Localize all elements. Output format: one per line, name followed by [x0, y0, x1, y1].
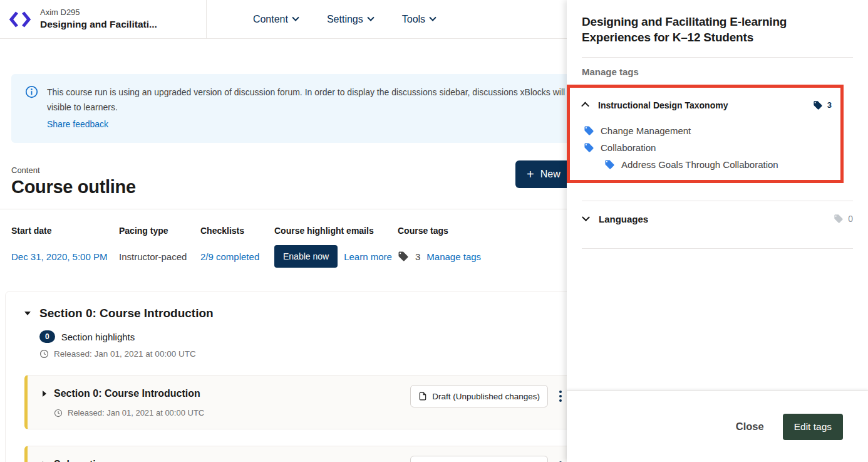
tag-icon	[584, 142, 594, 153]
drawer-footer: Close Edit tags	[567, 391, 868, 462]
tag-icon	[398, 251, 409, 262]
clock-icon	[54, 409, 63, 417]
tag-item: Change Management	[584, 125, 832, 136]
highlights-count-badge: 0	[39, 330, 55, 343]
tag-icon	[813, 100, 823, 110]
nav-settings[interactable]: Settings	[327, 14, 373, 25]
languages-collapse-row[interactable]: Languages 0	[582, 201, 853, 237]
status-col-checklists: Checklists 2/9 completed	[200, 226, 274, 268]
languages-count-value: 0	[848, 214, 853, 224]
nav-settings-label: Settings	[327, 14, 363, 25]
alert-text: This course run is using an upgraded ver…	[47, 85, 577, 132]
highlight-emails-header: Course highlight emails	[274, 226, 398, 236]
tag-label: Change Management	[601, 125, 691, 136]
header-divider	[206, 0, 207, 39]
draft-status-badge: Draft (Unpublished changes)	[410, 456, 548, 462]
draft-status-badge: Draft (Unpublished changes)	[410, 385, 548, 407]
taxonomy-name: Instructional Design Taxonomy	[598, 100, 728, 110]
chevron-down-icon	[367, 14, 374, 21]
languages-block: Languages 0	[582, 201, 853, 249]
languages-divider-bottom	[582, 248, 853, 249]
section-title: Section 0: Course Introduction	[39, 307, 214, 320]
checklists-header: Checklists	[200, 226, 274, 236]
annotation-highlight-box: Instructional Design Taxonomy 3 Change M…	[567, 85, 844, 183]
tag-item-child: Address Goals Through Collaboration	[604, 159, 832, 170]
start-date-header: Start date	[11, 226, 119, 236]
new-button-label: New	[540, 169, 561, 180]
start-date-link[interactable]: Dec 31, 2020, 5:00 PM	[11, 251, 107, 262]
course-tags-count: 3	[415, 251, 420, 262]
tag-item: Collaboration	[584, 142, 832, 153]
manage-tags-drawer: Designing and Facilitating E-learning Ex…	[567, 0, 868, 462]
status-col-pacing: Pacing type Instructor-paced	[119, 226, 200, 268]
tag-icon	[604, 159, 615, 170]
document-icon	[418, 391, 427, 401]
chevron-down-icon	[292, 14, 299, 21]
tag-label: Collaboration	[601, 142, 656, 153]
close-button[interactable]: Close	[736, 421, 764, 433]
manage-tags-link[interactable]: Manage tags	[426, 251, 481, 262]
course-title-truncated: Designing and Facilitati...	[40, 18, 157, 31]
taxonomy-tag-count: 3	[813, 100, 832, 110]
brand-block: Axim D295 Designing and Facilitati...	[40, 8, 157, 31]
status-col-course-tags: Course tags 3 Manage tags	[398, 226, 481, 268]
draft-badge-label: Draft (Unpublished changes)	[432, 392, 540, 401]
tag-icon	[834, 214, 844, 224]
nav-tools[interactable]: Tools	[402, 14, 435, 25]
org-label: Axim D295	[40, 8, 157, 18]
pacing-type-header: Pacing type	[119, 226, 200, 236]
languages-tag-count: 0	[834, 214, 853, 224]
tag-label: Address Goals Through Collaboration	[621, 159, 778, 170]
chevron-down-icon	[429, 14, 436, 21]
alert-message-line1: This course run is using an upgraded ver…	[47, 85, 577, 100]
item-released-text: Released: Jan 01, 2021 at 00:00 UTC	[68, 408, 204, 417]
top-nav: Content Settings Tools	[253, 14, 435, 25]
course-tags-header: Course tags	[398, 226, 481, 236]
item-title: Subsection	[54, 459, 108, 462]
item-menu-kebab-icon[interactable]	[558, 389, 563, 403]
chevron-up-icon	[581, 102, 589, 110]
status-col-highlight-emails: Course highlight emails Enable now Learn…	[274, 226, 398, 268]
section-released-text: Released: Jan 01, 2021 at 00:00 UTC	[54, 349, 196, 359]
learn-more-link[interactable]: Learn more	[344, 251, 392, 262]
nav-tools-label: Tools	[402, 14, 425, 25]
tag-icon	[584, 125, 594, 136]
languages-taxonomy-name: Languages	[599, 214, 648, 224]
code-brackets-icon	[9, 9, 31, 29]
status-col-start-date: Start date Dec 31, 2020, 5:00 PM	[11, 226, 119, 268]
item-expand-caret-icon[interactable]	[43, 391, 46, 397]
chevron-down-icon	[582, 213, 590, 221]
taxonomy-count-value: 3	[827, 100, 832, 110]
checklists-link[interactable]: 2/9 completed	[200, 251, 259, 262]
outline-item-card: Section 0: Course Introduction Released:…	[24, 375, 629, 429]
section-collapse-caret-icon[interactable]	[24, 312, 31, 315]
nav-content[interactable]: Content	[253, 14, 298, 25]
manage-tags-heading: Manage tags	[582, 66, 853, 77]
item-title: Section 0: Course Introduction	[54, 388, 200, 399]
logo-icon[interactable]	[9, 9, 33, 30]
info-icon	[25, 85, 38, 98]
enable-now-button[interactable]: Enable now	[274, 245, 338, 268]
pacing-type-value: Instructor-paced	[119, 251, 187, 262]
outline-item-card: Subsection Released: Jan 01, 2021 at 00:…	[24, 446, 629, 462]
share-feedback-link[interactable]: Share feedback	[47, 117, 108, 132]
alert-message-line2: visible to learners.	[47, 100, 577, 115]
section-highlights-label[interactable]: Section highlights	[61, 332, 135, 342]
drawer-divider	[582, 57, 853, 58]
taxonomy-collapse-row[interactable]: Instructional Design Taxonomy 3	[582, 95, 832, 115]
plus-icon: +	[527, 168, 534, 181]
nav-content-label: Content	[253, 14, 288, 25]
applied-tags-list: Change Management Collaboration Address …	[584, 125, 832, 170]
clock-icon	[39, 349, 49, 359]
edit-tags-button[interactable]: Edit tags	[783, 414, 843, 440]
drawer-course-title: Designing and Facilitating E-learning Ex…	[582, 14, 832, 46]
